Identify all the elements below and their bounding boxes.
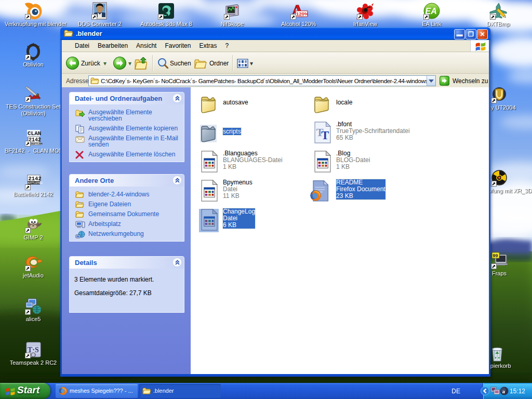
svg-text:a: a	[502, 388, 506, 394]
